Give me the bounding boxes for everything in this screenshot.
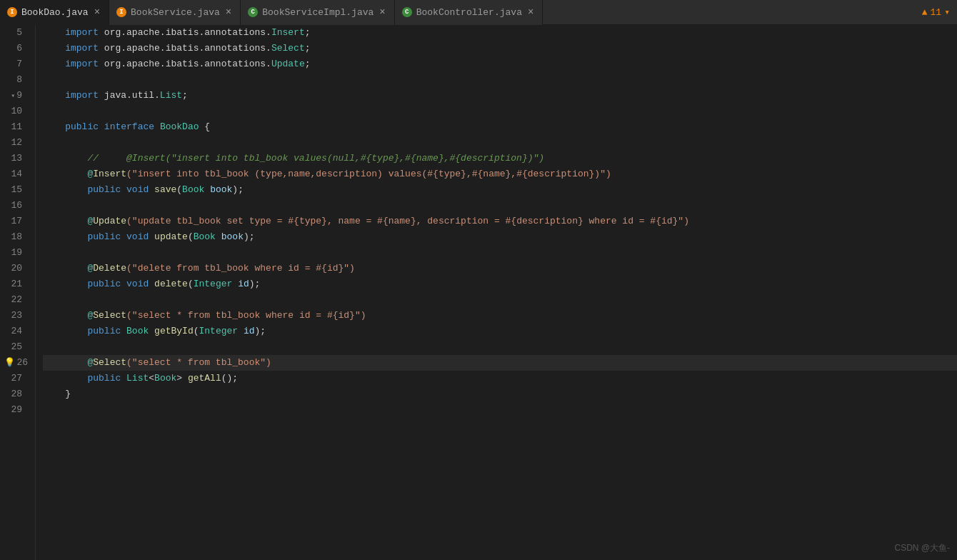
- warning-badge: ▲ 11 ▾: [922, 6, 950, 18]
- line-num-6: 6: [0, 41, 28, 56]
- line-num-18: 18: [0, 229, 28, 245]
- tab-close-BookService[interactable]: ×: [224, 6, 233, 19]
- tab-BookDao[interactable]: I BookDao.java ×: [0, 0, 109, 25]
- line-num-26: 💡26: [0, 355, 28, 371]
- code-line-5: import org.apache.ibatis.annotations.Ins…: [43, 25, 957, 41]
- code-line-15: public void save(Book book);: [43, 182, 957, 198]
- code-line-21: public void delete(Integer id);: [43, 276, 957, 292]
- line-num-29: 29: [0, 402, 28, 418]
- code-line-11: public interface BookDao {: [43, 119, 957, 135]
- line-num-17: 17: [0, 214, 28, 229]
- line-num-15: 15: [0, 182, 28, 198]
- line-num-7: 7: [0, 56, 28, 72]
- code-line-25: [43, 339, 957, 355]
- tab-close-BookDao[interactable]: ×: [93, 6, 101, 19]
- code-line-14: @Insert("insert into tbl_book (type,name…: [43, 166, 957, 182]
- tab-BookServiceImpl[interactable]: C BookServiceImpl.java ×: [241, 0, 394, 25]
- code-line-17: @Update("update tbl_book set type = #{ty…: [43, 214, 957, 229]
- line-num-16: 16: [0, 198, 28, 214]
- tab-icon-BookService: I: [116, 7, 126, 17]
- watermark: CSDN @大鱼-: [894, 542, 950, 554]
- tab-label-BookServiceImpl: BookServiceImpl.java: [262, 7, 374, 18]
- line-num-20: 20: [0, 261, 28, 276]
- code-line-29: [43, 402, 957, 418]
- code-line-27: public List<Book> getAll();: [43, 371, 957, 386]
- code-line-16: [43, 198, 957, 214]
- tab-close-BookServiceImpl[interactable]: ×: [378, 6, 386, 19]
- code-line-23: @Select("select * from tbl_book where id…: [43, 308, 957, 324]
- tab-icon-BookDao: I: [7, 7, 17, 17]
- line-num-14: 14: [0, 166, 28, 182]
- code-line-28: }: [43, 386, 957, 402]
- line-num-5: 5: [0, 25, 28, 41]
- code-content[interactable]: import org.apache.ibatis.annotations.Ins…: [36, 25, 957, 560]
- line-num-28: 28: [0, 386, 28, 402]
- code-line-9: import java.util.List;: [43, 88, 957, 104]
- editor: 5 6 7 8 ▾9 10 11 12 13 14 15 16 17 18 19…: [0, 25, 957, 560]
- code-line-7: import org.apache.ibatis.annotations.Upd…: [43, 56, 957, 72]
- line-num-8: 8: [0, 72, 28, 88]
- line-num-13: 13: [0, 151, 28, 166]
- code-line-22: [43, 292, 957, 308]
- tab-label-BookController: BookController.java: [416, 7, 522, 18]
- line-num-21: 21: [0, 276, 28, 292]
- tab-label-BookService: BookService.java: [131, 7, 220, 18]
- bulb-icon-26[interactable]: 💡: [4, 355, 15, 371]
- code-line-19: [43, 245, 957, 261]
- line-num-23: 23: [0, 308, 28, 324]
- code-line-24: public Book getById(Integer id);: [43, 324, 957, 339]
- line-num-24: 24: [0, 324, 28, 339]
- line-num-10: 10: [0, 104, 28, 119]
- tab-icon-BookController: C: [402, 7, 412, 17]
- tab-icon-BookServiceImpl: C: [248, 7, 258, 17]
- code-line-26: @Select("select * from tbl_book"): [43, 355, 957, 371]
- warning-count: 11: [931, 7, 942, 18]
- tab-BookController[interactable]: C BookController.java ×: [395, 0, 543, 25]
- line-num-22: 22: [0, 292, 28, 308]
- tab-bar: I BookDao.java × I BookService.java × C …: [0, 0, 957, 25]
- code-line-13: // @Insert("insert into tbl_book values(…: [43, 151, 957, 166]
- tab-close-BookController[interactable]: ×: [526, 6, 535, 19]
- line-num-12: 12: [0, 135, 28, 151]
- warning-icon: ▲: [922, 7, 928, 18]
- code-line-20: @Delete("delete from tbl_book where id =…: [43, 261, 957, 276]
- line-numbers: 5 6 7 8 ▾9 10 11 12 13 14 15 16 17 18 19…: [0, 25, 36, 560]
- line-num-25: 25: [0, 339, 28, 355]
- code-line-6: import org.apache.ibatis.annotations.Sel…: [43, 41, 957, 56]
- tab-label-BookDao: BookDao.java: [21, 7, 89, 18]
- warning-chevron[interactable]: ▾: [944, 6, 950, 18]
- code-line-12: [43, 135, 957, 151]
- collapse-btn-9[interactable]: ▾: [11, 92, 15, 100]
- line-num-27: 27: [0, 371, 28, 386]
- tab-BookService[interactable]: I BookService.java ×: [109, 0, 241, 25]
- line-num-9: ▾9: [0, 88, 28, 104]
- code-line-8: [43, 72, 957, 88]
- line-num-11: 11: [0, 119, 28, 135]
- code-line-18: public void update(Book book);: [43, 229, 957, 245]
- line-num-19: 19: [0, 245, 28, 261]
- code-line-10: [43, 104, 957, 119]
